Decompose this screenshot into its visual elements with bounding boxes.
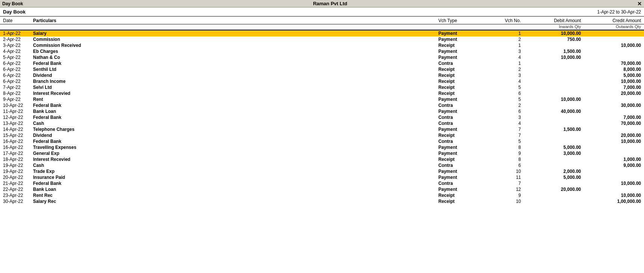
- row-date: 2-Apr-22: [3, 37, 33, 42]
- row-date: 13-Apr-22: [3, 121, 33, 126]
- col-header-vchtype: Vch Type: [438, 18, 491, 23]
- row-particulars: Branch Income: [33, 79, 438, 84]
- row-credit: 10,000.00: [581, 139, 641, 144]
- table-row[interactable]: 1-Apr-22 Salary Payment 1 10,000.00: [0, 30, 644, 36]
- row-date: 11-Apr-22: [3, 109, 33, 114]
- row-vchno: 2: [491, 37, 521, 42]
- row-credit: 1,00,000.00: [581, 199, 641, 204]
- row-vchno: 6: [491, 163, 521, 168]
- table-row[interactable]: 14-Apr-22 Telephone Charges Payment 7 1,…: [0, 126, 644, 132]
- row-particulars: Commission: [33, 37, 438, 42]
- row-vchtype: Payment: [438, 49, 491, 54]
- row-credit: 70,000.00: [581, 61, 641, 66]
- table-row[interactable]: 13-Apr-22 Cash Contra 4 70,000.00: [0, 120, 644, 126]
- table-row[interactable]: 9-Apr-22 Rent Payment 5 10,000.00: [0, 96, 644, 102]
- table-row[interactable]: 2-Apr-22 Commission Payment 2 750.00: [0, 36, 644, 42]
- row-vchno: 7: [491, 181, 521, 186]
- table-row[interactable]: 12-Apr-22 Federal Bank Contra 3 7,000.00: [0, 114, 644, 120]
- row-date: 1-Apr-22: [3, 31, 33, 36]
- row-vchno: 3: [491, 49, 521, 54]
- row-particulars: Cash: [33, 163, 438, 168]
- row-vchno: 6: [491, 91, 521, 96]
- row-vchno: 10: [491, 199, 521, 204]
- row-vchtype: Payment: [438, 55, 491, 60]
- table-row[interactable]: 6-Apr-22 Branch Income Receipt 4 10,000.…: [0, 78, 644, 84]
- row-particulars: Cash: [33, 121, 438, 126]
- row-particulars: Interest Recevied: [33, 91, 438, 96]
- table-row[interactable]: 16-Apr-22 Federal Bank Contra 5 10,000.0…: [0, 138, 644, 144]
- table-row[interactable]: 21-Apr-22 Federal Bank Contra 7 10,000.0…: [0, 180, 644, 186]
- row-date: 18-Apr-22: [3, 157, 33, 162]
- row-vchno: 5: [491, 139, 521, 144]
- row-credit: 70,000.00: [581, 121, 641, 126]
- table-row[interactable]: 30-Apr-22 Salary Rec Receipt 10 1,00,000…: [0, 198, 644, 204]
- table-row[interactable]: 23-Apr-22 Rent Rec Receipt 9 10,000.00: [0, 192, 644, 198]
- row-vchtype: Payment: [438, 145, 491, 150]
- table-row[interactable]: 4-Apr-22 Eb Charges Payment 3 1,500.00: [0, 48, 644, 54]
- table-row[interactable]: 17-Apr-22 General Exp Payment 9 3,000.00: [0, 150, 644, 156]
- table-row[interactable]: 10-Apr-22 Federal Bank Contra 2 30,000.0…: [0, 102, 644, 108]
- row-vchno: 4: [491, 55, 521, 60]
- row-particulars: Interest Recevied: [33, 157, 438, 162]
- window-title-left: Day Book: [2, 1, 23, 6]
- row-date: 6-Apr-22: [3, 79, 33, 84]
- table-row[interactable]: 3-Apr-22 Commission Received Receipt 1 1…: [0, 42, 644, 48]
- row-credit: 10,000.00: [581, 181, 641, 186]
- close-icon[interactable]: ✕: [637, 1, 642, 7]
- row-credit: 10,000.00: [581, 79, 641, 84]
- row-date: 4-Apr-22: [3, 49, 33, 54]
- column-sub-headers: Inwards Qty Outwards Qty: [0, 24, 644, 30]
- row-vchno: 3: [491, 73, 521, 78]
- row-vchtype: Contra: [438, 103, 491, 108]
- col-header-credit: Credit Amount: [581, 18, 641, 23]
- row-vchno: 5: [491, 85, 521, 90]
- row-vchtype: Receipt: [438, 85, 491, 90]
- row-date: 23-Apr-22: [3, 193, 33, 198]
- row-particulars: Selvi Ltd: [33, 85, 438, 90]
- date-range: 1-Apr-22 to 30-Apr-22: [597, 9, 641, 15]
- row-particulars: Federal Bank: [33, 115, 438, 120]
- row-particulars: Bank Loan: [33, 187, 438, 192]
- row-vchtype: Contra: [438, 61, 491, 66]
- row-vchno: 11: [491, 175, 521, 180]
- row-vchtype: Payment: [438, 31, 491, 36]
- col-header-particulars: Particulars: [33, 18, 438, 23]
- row-credit: 7,000.00: [581, 115, 641, 120]
- row-particulars: Federal Bank: [33, 139, 438, 144]
- table-row[interactable]: 6-Apr-22 Dividend Receipt 3 5,000.00: [0, 72, 644, 78]
- row-date: 19-Apr-22: [3, 169, 33, 174]
- table-row[interactable]: 5-Apr-22 Nathan & Co Payment 4 10,000.00: [0, 54, 644, 60]
- row-date: 14-Apr-22: [3, 127, 33, 132]
- row-vchtype: Contra: [438, 181, 491, 186]
- row-vchtype: Payment: [438, 97, 491, 102]
- table-row[interactable]: 22-Apr-22 Bank Loan Payment 12 20,000.00: [0, 186, 644, 192]
- row-vchno: 8: [491, 145, 521, 150]
- table-row[interactable]: 20-Apr-22 Insurance Paid Payment 11 5,00…: [0, 174, 644, 180]
- table-row[interactable]: 16-Apr-22 Travelling Expenses Payment 8 …: [0, 144, 644, 150]
- row-particulars: Federal Bank: [33, 103, 438, 108]
- window-title-center: Raman Pvt Ltd: [313, 1, 347, 6]
- row-vchno: 1: [491, 31, 521, 36]
- row-vchno: 2: [491, 103, 521, 108]
- table-row[interactable]: 19-Apr-22 Trade Exp Payment 10 2,000.00: [0, 168, 644, 174]
- row-date: 9-Apr-22: [3, 97, 33, 102]
- table-row[interactable]: 6-Apr-22 Senthil Ltd Receipt 2 8,000.00: [0, 66, 644, 72]
- row-date: 6-Apr-22: [3, 67, 33, 72]
- row-vchtype: Contra: [438, 121, 491, 126]
- table-row[interactable]: 7-Apr-22 Selvi Ltd Receipt 5 7,000.00: [0, 84, 644, 90]
- table-row[interactable]: 15-Apr-22 Dividend Receipt 7 20,000.00: [0, 132, 644, 138]
- row-vchno: 1: [491, 61, 521, 66]
- table-row[interactable]: 11-Apr-22 Bank Loan Payment 6 40,000.00: [0, 108, 644, 114]
- col-subheader-outwards: Outwards Qty: [581, 24, 641, 29]
- title-bar: Day Book Raman Pvt Ltd ✕: [0, 0, 644, 8]
- row-vchtype: Receipt: [438, 79, 491, 84]
- table-row[interactable]: 8-Apr-22 Interest Recevied Receipt 6 20,…: [0, 90, 644, 96]
- row-vchno: 12: [491, 187, 521, 192]
- table-row[interactable]: 18-Apr-22 Interest Recevied Receipt 8 1,…: [0, 156, 644, 162]
- row-debit: 10,000.00: [521, 55, 581, 60]
- row-particulars: Rent Rec: [33, 193, 438, 198]
- table-row[interactable]: 19-Apr-22 Cash Contra 6 9,000.00: [0, 162, 644, 168]
- table-row[interactable]: 6-Apr-22 Federal Bank Contra 1 70,000.00: [0, 60, 644, 66]
- row-particulars: Insurance Paid: [33, 175, 438, 180]
- row-date: 10-Apr-22: [3, 103, 33, 108]
